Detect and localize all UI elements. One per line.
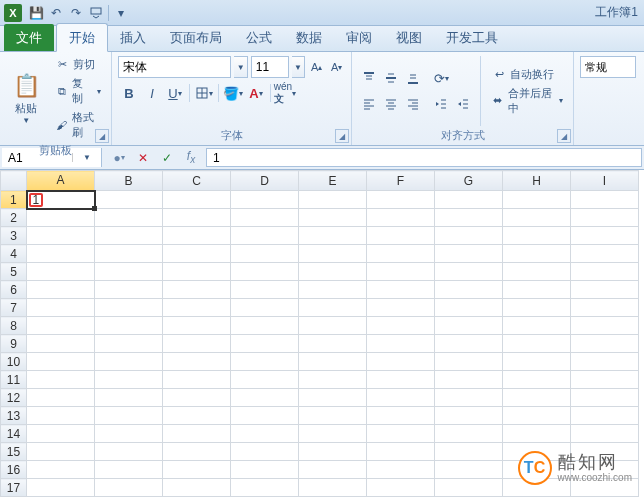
- cell-I5[interactable]: [571, 263, 639, 281]
- clipboard-launcher[interactable]: ◢: [95, 129, 109, 143]
- cell-A5[interactable]: [27, 263, 95, 281]
- row-header-16[interactable]: 16: [1, 461, 27, 479]
- cell-C14[interactable]: [163, 425, 231, 443]
- cell-B13[interactable]: [95, 407, 163, 425]
- fx-button[interactable]: fx: [180, 148, 202, 168]
- cell-G7[interactable]: [435, 299, 503, 317]
- cell-E14[interactable]: [299, 425, 367, 443]
- cell-B17[interactable]: [95, 479, 163, 497]
- cell-F6[interactable]: [367, 281, 435, 299]
- select-all-corner[interactable]: [1, 171, 27, 191]
- cell-D2[interactable]: [231, 209, 299, 227]
- cell-B14[interactable]: [95, 425, 163, 443]
- decrease-indent-button[interactable]: [430, 93, 452, 115]
- font-name-select[interactable]: 宋体: [118, 56, 231, 78]
- cell-D14[interactable]: [231, 425, 299, 443]
- cell-B10[interactable]: [95, 353, 163, 371]
- cell-H10[interactable]: [503, 353, 571, 371]
- cell-G15[interactable]: [435, 443, 503, 461]
- cell-I13[interactable]: [571, 407, 639, 425]
- cell-E3[interactable]: [299, 227, 367, 245]
- cell-G17[interactable]: [435, 479, 503, 497]
- cell-F5[interactable]: [367, 263, 435, 281]
- cell-G14[interactable]: [435, 425, 503, 443]
- row-header-14[interactable]: 14: [1, 425, 27, 443]
- align-bottom-button[interactable]: [402, 67, 424, 89]
- row-header-10[interactable]: 10: [1, 353, 27, 371]
- cell-I7[interactable]: [571, 299, 639, 317]
- cell-F1[interactable]: [367, 191, 435, 209]
- cell-G16[interactable]: [435, 461, 503, 479]
- orientation-button[interactable]: ⟳▾: [430, 67, 452, 89]
- app-icon[interactable]: X: [4, 4, 22, 22]
- cell-B9[interactable]: [95, 335, 163, 353]
- cell-G9[interactable]: [435, 335, 503, 353]
- cell-D5[interactable]: [231, 263, 299, 281]
- cell-H14[interactable]: [503, 425, 571, 443]
- fill-handle[interactable]: [92, 206, 97, 211]
- cell-F15[interactable]: [367, 443, 435, 461]
- cell-G12[interactable]: [435, 389, 503, 407]
- cell-E15[interactable]: [299, 443, 367, 461]
- cell-D11[interactable]: [231, 371, 299, 389]
- col-header-E[interactable]: E: [299, 171, 367, 191]
- cell-F7[interactable]: [367, 299, 435, 317]
- cell-D9[interactable]: [231, 335, 299, 353]
- row-header-13[interactable]: 13: [1, 407, 27, 425]
- cell-I14[interactable]: [571, 425, 639, 443]
- cell-A13[interactable]: [27, 407, 95, 425]
- cell-D17[interactable]: [231, 479, 299, 497]
- tab-layout[interactable]: 页面布局: [158, 24, 234, 51]
- cell-H9[interactable]: [503, 335, 571, 353]
- cell-B6[interactable]: [95, 281, 163, 299]
- cell-H12[interactable]: [503, 389, 571, 407]
- row-header-1[interactable]: 1: [1, 191, 27, 209]
- cell-E13[interactable]: [299, 407, 367, 425]
- cell-H13[interactable]: [503, 407, 571, 425]
- cell-E8[interactable]: [299, 317, 367, 335]
- tab-formula[interactable]: 公式: [234, 24, 284, 51]
- cell-E11[interactable]: [299, 371, 367, 389]
- align-top-button[interactable]: [358, 67, 380, 89]
- cell-G5[interactable]: [435, 263, 503, 281]
- cell-G1[interactable]: [435, 191, 503, 209]
- cell-C3[interactable]: [163, 227, 231, 245]
- cell-C17[interactable]: [163, 479, 231, 497]
- font-color-button[interactable]: A▾: [245, 82, 267, 104]
- cell-F12[interactable]: [367, 389, 435, 407]
- row-header-4[interactable]: 4: [1, 245, 27, 263]
- cell-I8[interactable]: [571, 317, 639, 335]
- cell-I6[interactable]: [571, 281, 639, 299]
- font-size-dropdown[interactable]: ▼: [292, 56, 305, 78]
- align-right-button[interactable]: [402, 93, 424, 115]
- cell-G11[interactable]: [435, 371, 503, 389]
- cell-B4[interactable]: [95, 245, 163, 263]
- shrink-font-button[interactable]: A▾: [328, 56, 345, 78]
- wrap-text-button[interactable]: ↩自动换行: [487, 66, 567, 83]
- cell-E1[interactable]: [299, 191, 367, 209]
- align-center-button[interactable]: [380, 93, 402, 115]
- font-size-select[interactable]: 11: [251, 56, 289, 78]
- cell-D15[interactable]: [231, 443, 299, 461]
- tab-file[interactable]: 文件: [4, 24, 54, 51]
- cell-A3[interactable]: [27, 227, 95, 245]
- cell-I9[interactable]: [571, 335, 639, 353]
- cell-H4[interactable]: [503, 245, 571, 263]
- cell-I17[interactable]: [571, 479, 639, 497]
- cell-C9[interactable]: [163, 335, 231, 353]
- cell-H17[interactable]: [503, 479, 571, 497]
- tab-review[interactable]: 审阅: [334, 24, 384, 51]
- cell-A6[interactable]: [27, 281, 95, 299]
- cell-F13[interactable]: [367, 407, 435, 425]
- cell-G13[interactable]: [435, 407, 503, 425]
- cell-F3[interactable]: [367, 227, 435, 245]
- cell-C8[interactable]: [163, 317, 231, 335]
- cell-C16[interactable]: [163, 461, 231, 479]
- cell-F17[interactable]: [367, 479, 435, 497]
- cell-I2[interactable]: [571, 209, 639, 227]
- cell-C10[interactable]: [163, 353, 231, 371]
- cell-H7[interactable]: [503, 299, 571, 317]
- underline-button[interactable]: U▾: [164, 82, 186, 104]
- cell-I12[interactable]: [571, 389, 639, 407]
- cell-D3[interactable]: [231, 227, 299, 245]
